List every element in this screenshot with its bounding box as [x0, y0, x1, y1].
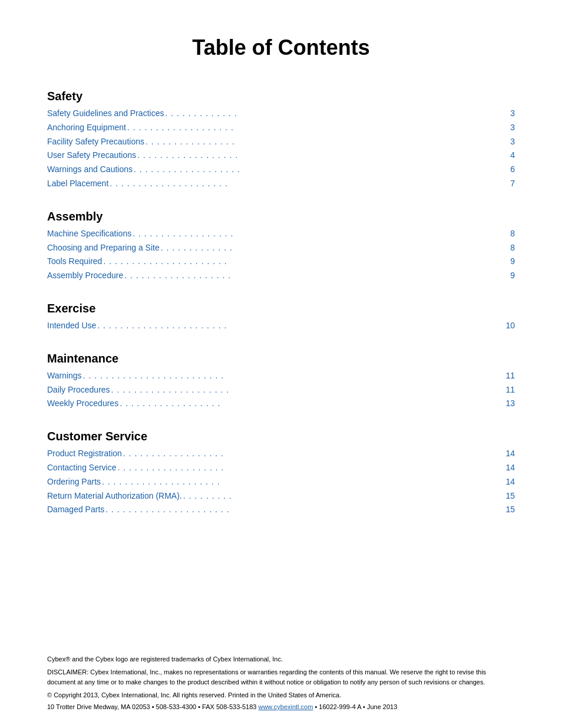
toc-entry-page: 6: [510, 163, 515, 177]
toc-entry-dots: . . . . . . . . . . . . . . . . . . . . …: [110, 177, 509, 191]
toc-entry[interactable]: Damaged Parts . . . . . . . . . . . . . …: [47, 503, 515, 517]
toc-entry[interactable]: Anchoring Equipment . . . . . . . . . . …: [47, 121, 515, 135]
toc-entry-dots: . . . . . . . . . . . . . . . . . . . . …: [103, 255, 509, 269]
toc-entry-dots: . . . . . . . . . . . . . . . . . . . . …: [105, 503, 504, 517]
toc-entry[interactable]: User Safety Precautions . . . . . . . . …: [47, 149, 515, 163]
toc-entry-label: Product Registration: [47, 447, 122, 461]
footer: Cybex® and the Cybex logo are registered…: [47, 655, 515, 710]
toc-entry-label: Ordering Parts: [47, 475, 101, 489]
toc-entry-label: Warnings: [47, 369, 82, 383]
toc-entry-label: Weekly Procedures: [47, 397, 118, 411]
toc-entry-page: 9: [510, 269, 515, 283]
toc-entry-label: Safety Guidelines and Practices: [47, 107, 164, 121]
toc-entry-label: Damaged Parts: [47, 503, 104, 517]
toc-entry[interactable]: Weekly Procedures. . . . . . . . . . . .…: [47, 397, 515, 411]
toc-entry-dots: . . . . . . . . . . . . . . . . . .: [123, 447, 505, 461]
toc-entry-label: User Safety Precautions: [47, 149, 136, 163]
toc-entry[interactable]: Warnings and Cautions. . . . . . . . . .…: [47, 163, 515, 177]
toc-entry-dots: . . . . . . . . .: [183, 489, 505, 503]
toc-entry-dots: . . . . . . . . . . . . .: [165, 107, 509, 121]
toc-entry[interactable]: Choosing and Preparing a Site . . . . . …: [47, 241, 515, 255]
toc-entry[interactable]: Label Placement . . . . . . . . . . . . …: [47, 177, 515, 191]
toc-entry-label: Return Material Authorization (RMA).: [47, 489, 182, 503]
toc-entry-dots: . . . . . . . . . . . . . . . . . .: [133, 227, 509, 241]
toc-entry-page: 11: [505, 383, 515, 397]
toc-entry-page: 13: [505, 397, 515, 411]
toc-entry-dots: . . . . . . . . . . . . . . . . . . . . …: [102, 475, 504, 489]
toc-entry-page: 14: [505, 475, 515, 489]
toc-entry-label: Daily Procedures: [47, 383, 110, 397]
toc-section-customer-service: Customer ServiceProduct Registration . .…: [47, 430, 515, 517]
page-title: Table of Contents: [47, 35, 515, 60]
toc-entry[interactable]: Tools Required . . . . . . . . . . . . .…: [47, 255, 515, 269]
section-heading-assembly: Assembly: [47, 210, 515, 223]
toc-entry-page: 7: [510, 177, 515, 191]
toc-entry-dots: . . . . . . . . . . . . . . . . . . . . …: [97, 319, 504, 333]
footer-trademark: Cybex® and the Cybex logo are registered…: [47, 655, 515, 663]
toc-entry[interactable]: Intended Use. . . . . . . . . . . . . . …: [47, 319, 515, 333]
toc-entry-page: 11: [505, 369, 515, 383]
toc-entry-dots: . . . . . . . . . . . . . . . . . . . . …: [83, 369, 505, 383]
toc-entry-label: Facility Safety Precautions: [47, 135, 144, 149]
toc-section-safety: SafetySafety Guidelines and Practices . …: [47, 90, 515, 191]
footer-disclaimer: DISCLAIMER: Cybex International, Inc., m…: [47, 667, 515, 687]
toc-section-exercise: ExerciseIntended Use. . . . . . . . . . …: [47, 302, 515, 333]
toc-entry-label: Assembly Procedure: [47, 269, 123, 283]
toc-section-maintenance: MaintenanceWarnings. . . . . . . . . . .…: [47, 352, 515, 411]
toc-entry-dots: . . . . . . . . . . . . . . . .: [146, 135, 509, 149]
section-heading-customer-service: Customer Service: [47, 430, 515, 443]
toc-entry-label: Contacting Service: [47, 461, 117, 475]
toc-entry-dots: . . . . . . . . . . . . . . . . . . .: [118, 461, 505, 475]
toc-entry-page: 8: [510, 241, 515, 255]
toc-entry[interactable]: Daily Procedures. . . . . . . . . . . . …: [47, 383, 515, 397]
toc-entry[interactable]: Product Registration . . . . . . . . . .…: [47, 447, 515, 461]
toc-sections: SafetySafety Guidelines and Practices . …: [47, 90, 515, 517]
toc-entry-label: Label Placement: [47, 177, 108, 191]
toc-entry-label: Choosing and Preparing a Site: [47, 241, 160, 255]
section-heading-safety: Safety: [47, 90, 515, 103]
footer-address-text: 10 Trotter Drive Medway, MA 02053 • 508-…: [47, 703, 258, 710]
toc-entry-label: Tools Required: [47, 255, 102, 269]
toc-entry[interactable]: Contacting Service . . . . . . . . . . .…: [47, 461, 515, 475]
toc-entry-label: Intended Use: [47, 319, 96, 333]
toc-entry-label: Warnings and Cautions: [47, 163, 133, 177]
toc-section-assembly: AssemblyMachine Specifications . . . . .…: [47, 210, 515, 283]
toc-entry-label: Machine Specifications: [47, 227, 131, 241]
footer-copyright: © Copyright 2013, Cybex International, I…: [47, 691, 515, 699]
toc-entry-page: 15: [505, 503, 515, 517]
toc-entry[interactable]: Machine Specifications . . . . . . . . .…: [47, 227, 515, 241]
toc-entry-page: 14: [505, 461, 515, 475]
footer-website-link[interactable]: www.cybexintl.com: [258, 703, 313, 710]
section-heading-maintenance: Maintenance: [47, 352, 515, 365]
page-container: Table of Contents SafetySafety Guideline…: [0, 0, 562, 728]
toc-entry[interactable]: Return Material Authorization (RMA). . .…: [47, 489, 515, 503]
toc-entry[interactable]: Safety Guidelines and Practices . . . . …: [47, 107, 515, 121]
toc-entry[interactable]: Assembly Procedure. . . . . . . . . . . …: [47, 269, 515, 283]
section-heading-exercise: Exercise: [47, 302, 515, 315]
toc-entry-label: Anchoring Equipment: [47, 121, 126, 135]
toc-entry-page: 4: [510, 149, 515, 163]
toc-entry[interactable]: Facility Safety Precautions . . . . . . …: [47, 135, 515, 149]
toc-entry-dots: . . . . . . . . . . . . . . . . . . . . …: [111, 383, 505, 397]
toc-entry-page: 3: [510, 121, 515, 135]
toc-entry-dots: . . . . . . . . . . . . . . . . . . .: [124, 269, 509, 283]
toc-entry-page: 3: [510, 135, 515, 149]
toc-entry-page: 14: [505, 447, 515, 461]
toc-entry-page: 3: [510, 107, 515, 121]
footer-address: 10 Trotter Drive Medway, MA 02053 • 508-…: [47, 703, 515, 710]
toc-entry-dots: . . . . . . . . . . . . . . . . . .: [120, 397, 504, 411]
toc-entry-page: 8: [510, 227, 515, 241]
toc-entry-dots: . . . . . . . . . . . . . . . . . . .: [127, 121, 509, 135]
toc-entry-dots: . . . . . . . . . . . . . . . . . .: [137, 149, 509, 163]
footer-product-code: • 16022-999-4 A • June 2013: [313, 703, 397, 710]
toc-entry-page: 10: [505, 319, 515, 333]
toc-entry[interactable]: Ordering Parts. . . . . . . . . . . . . …: [47, 475, 515, 489]
toc-entry-dots: . . . . . . . . . . . . . . . . . . .: [134, 163, 509, 177]
toc-entry-dots: . . . . . . . . . . . . .: [161, 241, 510, 255]
toc-entry-page: 9: [510, 255, 515, 269]
toc-entry-page: 15: [505, 489, 515, 503]
toc-entry[interactable]: Warnings. . . . . . . . . . . . . . . . …: [47, 369, 515, 383]
